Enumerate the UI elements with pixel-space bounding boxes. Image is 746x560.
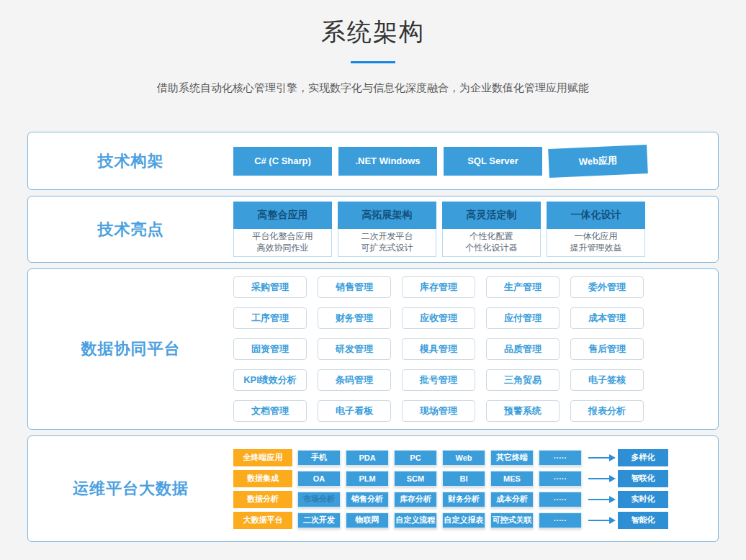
- highlight-card: 高整合应用平台化整合应用高效协同作业: [233, 202, 332, 257]
- highlight-card-title: 高拓展架构: [338, 202, 436, 229]
- arrow-right-icon: [588, 478, 610, 479]
- highlight-card-line: 个性化设计器: [443, 242, 540, 253]
- bigdata-item: 市场分析: [297, 492, 341, 507]
- highlight-card-line: 高效协同作业: [234, 242, 331, 253]
- bigdata-item: 可控式关联: [490, 512, 534, 528]
- bigdata-item: PDA: [346, 450, 389, 466]
- highlight-card-title: 高灵活定制: [442, 202, 541, 229]
- highlights-label: 技术亮点: [98, 219, 164, 240]
- bigdata-row: 数据集成OAPLMSCMBIMES·····智联化: [233, 470, 668, 487]
- bigdata-row: 数据分析市场分析销售分析库存分析财务分析成本分析·····实时化: [233, 491, 668, 508]
- bigdata-item: 其它终端: [490, 450, 534, 466]
- tech-button-1: C# (C Sharp): [233, 147, 332, 176]
- highlight-card-line: 可扩充式设计: [338, 242, 436, 253]
- module-chip: 三角贸易: [486, 369, 560, 391]
- arrow-right-icon: [588, 499, 610, 500]
- module-chip: 固资管理: [233, 338, 307, 360]
- bigdata-item: OA: [297, 471, 341, 487]
- bigdata-item: 自定义报表: [442, 512, 485, 528]
- tech-button-row: C# (C Sharp).NET WindowsSQL ServerWeb应用: [233, 147, 647, 176]
- module-chip: 批号管理: [402, 369, 475, 391]
- module-chip: 销售管理: [318, 276, 391, 298]
- module-chip: 生产管理: [486, 276, 560, 298]
- bigdata-item: 自定义流程: [394, 512, 437, 528]
- highlight-card-body: 个性化配置个性化设计器: [442, 229, 541, 257]
- module-chip: 文档管理: [233, 400, 307, 422]
- bigdata-item: 财务分析: [442, 492, 485, 507]
- module-chip: 电子签核: [570, 369, 644, 391]
- section-bigdata: 运维平台大数据 全终端应用手机PDAPCWeb其它终端·····多样化数据集成O…: [27, 435, 719, 542]
- section-tech-stack: 技术构架 C# (C Sharp).NET WindowsSQL ServerW…: [27, 132, 719, 190]
- module-chip: 品质管理: [486, 338, 560, 360]
- tech-button-2: .NET Windows: [338, 147, 437, 176]
- module-chip: 成本管理: [570, 307, 644, 329]
- bigdata-label: 运维平台大数据: [73, 478, 189, 500]
- module-chip: 售后管理: [570, 338, 644, 360]
- tech-stack-label-area: 技术构架: [28, 150, 233, 172]
- module-chip: 研发管理: [318, 338, 391, 360]
- highlight-card-title: 一体化设计: [547, 202, 645, 229]
- highlights-label-area: 技术亮点: [28, 219, 233, 240]
- bigdata-result: 智能化: [618, 512, 668, 529]
- highlight-card: 高拓展架构二次开发平台可扩充式设计: [338, 202, 436, 257]
- module-chip: 应收管理: [402, 307, 475, 329]
- bigdata-item: 物联网: [346, 512, 389, 528]
- highlight-card-body: 平台化整合应用高效协同作业: [233, 229, 332, 257]
- module-chip: 应付管理: [486, 307, 560, 329]
- bigdata-result: 实时化: [618, 491, 668, 508]
- bigdata-item: 二次开发: [297, 512, 341, 528]
- section-highlights: 技术亮点 高整合应用平台化整合应用高效协同作业高拓展架构二次开发平台可扩充式设计…: [27, 196, 719, 263]
- highlight-card-line: 个性化配置: [443, 230, 540, 242]
- bigdata-category: 数据分析: [233, 491, 292, 508]
- bigdata-rows: 全终端应用手机PDAPCWeb其它终端·····多样化数据集成OAPLMSCMB…: [233, 449, 668, 529]
- bigdata-category: 数据集成: [233, 470, 292, 487]
- bigdata-item: ·····: [539, 450, 582, 466]
- bigdata-item: PC: [394, 450, 437, 466]
- highlight-card-line: 一体化应用: [547, 230, 644, 242]
- page-subtitle: 借助系统自动化核心管理引擎，实现数字化与信息化深度融合，为企业数值化管理应用赋能: [0, 81, 746, 95]
- module-chip: 报表分析: [570, 400, 644, 422]
- module-chip: 委外管理: [570, 276, 644, 298]
- bigdata-category: 大数据平台: [233, 512, 292, 529]
- bigdata-label-area: 运维平台大数据: [28, 478, 233, 500]
- bigdata-item: Web: [442, 450, 485, 466]
- arrow-right-icon: [588, 520, 610, 521]
- module-chip: KPI绩效分析: [233, 369, 307, 391]
- bigdata-row: 全终端应用手机PDAPCWeb其它终端·····多样化: [233, 449, 668, 466]
- module-chip: 工序管理: [233, 307, 307, 329]
- bigdata-item: ·····: [539, 492, 582, 507]
- tech-button-3: SQL Server: [444, 147, 542, 176]
- highlight-card-body: 二次开发平台可扩充式设计: [338, 229, 436, 257]
- bigdata-category: 全终端应用: [233, 449, 292, 466]
- bigdata-result: 智联化: [618, 470, 668, 487]
- bigdata-item: 手机: [297, 450, 341, 466]
- bigdata-item: BI: [442, 471, 485, 487]
- module-chip: 模具管理: [402, 338, 475, 360]
- module-chip: 预警系统: [486, 400, 560, 422]
- platform-label: 数据协同平台: [81, 338, 181, 360]
- highlight-card-line: 二次开发平台: [338, 230, 436, 242]
- page-header: 系统架构 借助系统自动化核心管理引擎，实现数字化与信息化深度融合，为企业数值化管…: [0, 16, 746, 95]
- page-title: 系统架构: [0, 16, 746, 49]
- tech-button-4: Web应用: [548, 145, 648, 178]
- highlight-card: 高灵活定制个性化配置个性化设计器: [442, 202, 541, 257]
- highlight-cards: 高整合应用平台化整合应用高效协同作业高拓展架构二次开发平台可扩充式设计高灵活定制…: [233, 202, 645, 257]
- module-chip: 库存管理: [402, 276, 475, 298]
- bigdata-row: 大数据平台二次开发物联网自定义流程自定义报表可控式关联·····智能化: [233, 512, 668, 529]
- platform-label-area: 数据协同平台: [28, 338, 233, 360]
- module-grid: 采购管理销售管理库存管理生产管理委外管理工序管理财务管理应收管理应付管理成本管理…: [233, 276, 644, 422]
- highlight-card-line: 提升管理效益: [547, 242, 644, 253]
- highlight-card: 一体化设计一体化应用提升管理效益: [547, 202, 645, 257]
- bigdata-item: MES: [490, 471, 534, 487]
- highlight-card-body: 一体化应用提升管理效益: [547, 229, 645, 257]
- bigdata-item: ·····: [539, 512, 582, 528]
- module-chip: 采购管理: [233, 276, 307, 298]
- bigdata-item: PLM: [346, 471, 389, 487]
- module-chip: 条码管理: [318, 369, 391, 391]
- title-underline: [351, 61, 395, 63]
- module-chip: 现场管理: [402, 400, 475, 422]
- section-platform: 数据协同平台 采购管理销售管理库存管理生产管理委外管理工序管理财务管理应收管理应…: [27, 268, 719, 430]
- tech-stack-label: 技术构架: [98, 150, 164, 172]
- bigdata-item: 库存分析: [394, 492, 437, 507]
- bigdata-item: ·····: [539, 471, 582, 487]
